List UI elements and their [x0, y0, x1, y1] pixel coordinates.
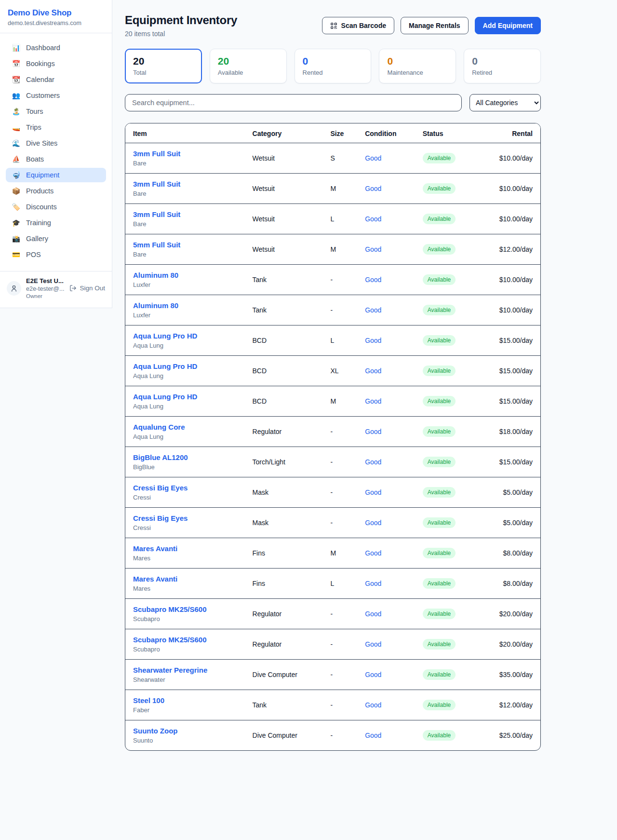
stat-label: Total	[133, 69, 194, 76]
sidebar-item-bookings[interactable]: 📅 Bookings	[6, 56, 106, 71]
cell-category: Tank	[245, 265, 323, 295]
condition-link[interactable]: Good	[365, 640, 381, 648]
cell-category: Wetsuit	[245, 143, 323, 174]
item-name-link[interactable]: Aqua Lung Pro HD	[133, 362, 197, 370]
item-name-link[interactable]: Aluminum 80	[133, 271, 178, 279]
cell-rental: $5.00/day	[492, 508, 540, 538]
condition-link[interactable]: Good	[365, 306, 381, 314]
add-equipment-button[interactable]: Add Equipment	[475, 17, 541, 34]
equipment-icon: 🤿	[12, 171, 21, 179]
sidebar-item-dashboard[interactable]: 📊 Dashboard	[6, 41, 106, 55]
sign-out-button[interactable]: Sign Out	[69, 285, 105, 292]
item-name-link[interactable]: Steel 100	[133, 696, 164, 705]
sidebar-item-products[interactable]: 📦 Products	[6, 184, 106, 198]
item-name-link[interactable]: Suunto Zoop	[133, 727, 177, 735]
item-brand: Cressi	[133, 494, 237, 501]
main-content: Equipment Inventory 20 items total Scan …	[112, 0, 541, 751]
cell-status: Available	[415, 690, 492, 720]
sidebar-item-trips[interactable]: 🚤 Trips	[6, 120, 106, 135]
condition-link[interactable]: Good	[365, 671, 381, 678]
sidebar-item-customers[interactable]: 👥 Customers	[6, 88, 106, 103]
condition-link[interactable]: Good	[365, 154, 381, 162]
sidebar-item-tours[interactable]: 🏝️ Tours	[6, 104, 106, 119]
sidebar-item-boats[interactable]: ⛵ Boats	[6, 152, 106, 166]
cell-status: Available	[415, 538, 492, 569]
item-name-link[interactable]: Cressi Big Eyes	[133, 484, 188, 492]
sidebar-item-gallery[interactable]: 📸 Gallery	[6, 231, 106, 246]
sidebar-item-equipment[interactable]: 🤿 Equipment	[6, 168, 106, 182]
cell-category: Tank	[245, 690, 323, 720]
table-row: Aqua Lung Pro HD Aqua Lung BCD M Good Av…	[125, 386, 540, 417]
category-select[interactable]: All Categories	[469, 94, 541, 111]
item-name-link[interactable]: Aqua Lung Pro HD	[133, 332, 197, 340]
sidebar-item-calendar[interactable]: 📆 Calendar	[6, 72, 106, 87]
cell-size: XL	[322, 356, 357, 386]
item-name-link[interactable]: 3mm Full Suit	[133, 180, 180, 188]
table-row: Scubapro MK25/S600 Scubapro Regulator - …	[125, 599, 540, 629]
cell-status: Available	[415, 660, 492, 690]
condition-link[interactable]: Good	[365, 428, 381, 435]
stat-card-available[interactable]: 20 Available	[210, 49, 287, 83]
condition-link[interactable]: Good	[365, 549, 381, 557]
condition-link[interactable]: Good	[365, 397, 381, 405]
search-wrap	[125, 94, 462, 111]
condition-link[interactable]: Good	[365, 245, 381, 253]
item-name-link[interactable]: Mares Avanti	[133, 544, 177, 553]
stat-card-total[interactable]: 20 Total	[125, 49, 202, 83]
person-icon	[10, 285, 18, 292]
sidebar-item-training[interactable]: 🎓 Training	[6, 216, 106, 230]
stat-card-retired[interactable]: 0 Retired	[464, 49, 541, 83]
condition-link[interactable]: Good	[365, 519, 381, 527]
sidebar-item-label: Calendar	[26, 76, 54, 83]
products-icon: 📦	[12, 187, 21, 195]
table-row: Aqua Lung Pro HD Aqua Lung BCD XL Good A…	[125, 356, 540, 386]
col-category: Category	[245, 123, 323, 143]
cell-condition: Good	[357, 660, 415, 690]
condition-link[interactable]: Good	[365, 337, 381, 344]
cell-rental: $10.00/day	[492, 265, 540, 295]
condition-link[interactable]: Good	[365, 610, 381, 618]
cell-condition: Good	[357, 295, 415, 325]
stat-label: Rented	[303, 69, 363, 76]
condition-link[interactable]: Good	[365, 488, 381, 496]
item-name-link[interactable]: Scubapro MK25/S600	[133, 636, 207, 644]
sidebar-item-pos[interactable]: 💳 POS	[6, 247, 106, 262]
condition-link[interactable]: Good	[365, 701, 381, 709]
item-name-link[interactable]: Shearwater Peregrine	[133, 666, 207, 674]
table-row: Aluminum 80 Luxfer Tank - Good Available	[125, 265, 540, 295]
item-name-link[interactable]: BigBlue AL1200	[133, 453, 188, 461]
item-name-link[interactable]: Aluminum 80	[133, 301, 178, 310]
cell-item: Cressi Big Eyes Cressi	[125, 477, 245, 508]
condition-link[interactable]: Good	[365, 458, 381, 466]
item-brand: Aqua Lung	[133, 433, 237, 440]
cell-category: Fins	[245, 538, 323, 569]
item-name-link[interactable]: Scubapro MK25/S600	[133, 605, 207, 613]
status-badge: Available	[423, 669, 456, 680]
sidebar-item-discounts[interactable]: 🏷️ Discounts	[6, 200, 106, 214]
cell-status: Available	[415, 386, 492, 417]
scan-barcode-button[interactable]: Scan Barcode	[322, 17, 394, 34]
stat-card-rented[interactable]: 0 Rented	[295, 49, 372, 83]
item-name-link[interactable]: Aqualung Core	[133, 423, 185, 431]
status-badge: Available	[423, 426, 456, 437]
item-name-link[interactable]: 5mm Full Suit	[133, 241, 180, 249]
condition-link[interactable]: Good	[365, 276, 381, 284]
sidebar-item-label: Tours	[26, 108, 43, 115]
condition-link[interactable]: Good	[365, 367, 381, 375]
item-name-link[interactable]: Cressi Big Eyes	[133, 514, 188, 522]
item-name-link[interactable]: Mares Avanti	[133, 575, 177, 583]
condition-link[interactable]: Good	[365, 580, 381, 587]
item-name-link[interactable]: 3mm Full Suit	[133, 210, 180, 218]
condition-link[interactable]: Good	[365, 732, 381, 739]
sidebar-item-dive-sites[interactable]: 🌊 Dive Sites	[6, 136, 106, 150]
scan-barcode-label: Scan Barcode	[341, 22, 386, 29]
table-row: Aluminum 80 Luxfer Tank - Good Available	[125, 295, 540, 325]
condition-link[interactable]: Good	[365, 185, 381, 192]
item-name-link[interactable]: Aqua Lung Pro HD	[133, 393, 197, 401]
stat-card-maintenance[interactable]: 0 Maintenance	[379, 49, 456, 83]
condition-link[interactable]: Good	[365, 215, 381, 223]
search-input[interactable]	[125, 94, 462, 111]
manage-rentals-button[interactable]: Manage Rentals	[401, 17, 469, 34]
item-name-link[interactable]: 3mm Full Suit	[133, 149, 180, 158]
cell-condition: Good	[357, 386, 415, 417]
